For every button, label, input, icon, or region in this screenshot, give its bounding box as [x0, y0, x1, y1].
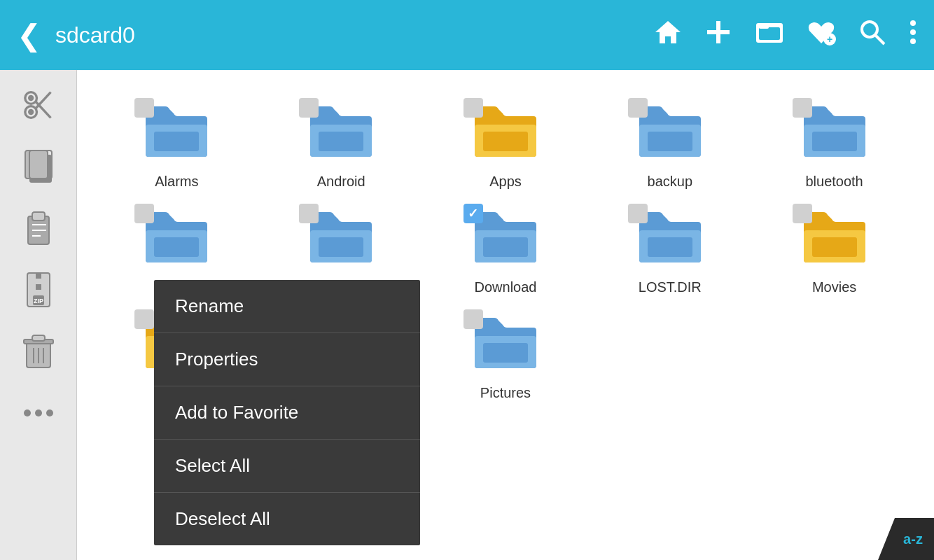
svg-point-10 — [910, 20, 916, 26]
cut-icon[interactable] — [18, 84, 60, 126]
folder-item[interactable]: backup — [591, 98, 748, 190]
svg-rect-23 — [32, 212, 45, 220]
az-label: a-z — [903, 531, 923, 547]
search-icon[interactable] — [858, 18, 886, 52]
folder-item[interactable]: bluetooth — [755, 98, 913, 190]
svg-rect-20 — [25, 150, 48, 178]
folder-name: Apps — [489, 174, 522, 190]
svg-rect-5 — [759, 23, 769, 29]
folder-checkbox[interactable] — [134, 204, 154, 223]
svg-point-8 — [862, 22, 877, 37]
folder-wrapper — [793, 204, 877, 274]
svg-text:+: + — [827, 34, 832, 45]
folder-name: Android — [317, 174, 365, 190]
folder-item[interactable]: Movies — [755, 204, 913, 295]
folder-name: Alarms — [155, 174, 198, 190]
sidebar-more-icon[interactable] — [18, 392, 60, 434]
svg-rect-36 — [32, 335, 45, 341]
folder-name: Pictures — [480, 385, 531, 401]
folder-checkbox[interactable] — [793, 204, 812, 223]
svg-rect-53 — [319, 237, 363, 257]
menu-item-properties[interactable]: Properties — [154, 333, 420, 386]
topbar-title: sdcard0 — [55, 22, 135, 48]
svg-line-9 — [876, 36, 884, 44]
trash-icon[interactable] — [18, 330, 60, 372]
folder-name: bluetooth — [805, 174, 863, 190]
folder-wrapper — [299, 98, 383, 168]
more-icon[interactable] — [909, 19, 917, 52]
svg-rect-51 — [154, 237, 199, 257]
context-menu: RenamePropertiesAdd to FavoriteSelect Al… — [154, 280, 420, 545]
folder-checkbox[interactable] — [628, 98, 648, 118]
svg-rect-41 — [154, 132, 199, 151]
paste-icon[interactable] — [18, 207, 60, 249]
folder-wrapper — [793, 98, 877, 168]
svg-point-11 — [910, 29, 916, 35]
folder-name: backup — [648, 174, 693, 190]
menu-item-add-to-favorite[interactable]: Add to Favorite — [154, 386, 420, 440]
svg-rect-49 — [812, 132, 857, 151]
folder-item[interactable]: Pictures — [427, 309, 585, 401]
svg-text:ZIP: ZIP — [33, 298, 43, 304]
folder-checkbox[interactable] — [463, 204, 483, 223]
add-icon[interactable] — [704, 18, 732, 52]
main-layout: ZIP — [0, 70, 934, 560]
svg-rect-30 — [36, 279, 41, 284]
svg-rect-31 — [36, 290, 41, 295]
menu-item-select-all[interactable]: Select All — [154, 440, 420, 493]
folder-wrapper — [628, 98, 712, 168]
folder-wrapper — [628, 204, 712, 274]
topbar: ❮ sdcard0 — [0, 0, 934, 70]
folder-checkbox[interactable] — [793, 98, 812, 118]
topbar-left: ❮ sdcard0 — [17, 18, 654, 52]
svg-rect-45 — [483, 132, 528, 151]
svg-rect-28 — [36, 273, 41, 279]
storage-icon[interactable] — [755, 19, 784, 52]
folder-wrapper — [463, 204, 548, 274]
folder-item[interactable]: Android — [263, 98, 420, 190]
folder-item[interactable]: Apps — [427, 98, 585, 190]
topbar-icons: + — [654, 18, 917, 52]
compress-icon[interactable]: ZIP — [18, 269, 60, 311]
svg-line-17 — [35, 92, 50, 108]
svg-rect-29 — [36, 284, 41, 290]
folder-name: LOST.DIR — [639, 279, 702, 295]
folder-name: Download — [475, 279, 537, 295]
folder-item[interactable]: Download — [427, 204, 585, 295]
folder-checkbox[interactable] — [299, 204, 319, 223]
svg-point-15 — [28, 109, 34, 115]
folder-wrapper — [463, 98, 548, 168]
svg-line-18 — [35, 102, 50, 118]
folder-checkbox[interactable] — [463, 309, 483, 329]
svg-point-12 — [910, 38, 916, 44]
folder-item[interactable]: Alarms — [98, 98, 256, 190]
svg-rect-47 — [648, 132, 692, 151]
menu-item-rename[interactable]: Rename — [154, 280, 420, 333]
copy-icon[interactable] — [18, 146, 60, 188]
folder-checkbox[interactable] — [628, 204, 648, 223]
svg-marker-0 — [655, 21, 681, 43]
svg-rect-43 — [319, 132, 363, 151]
svg-point-16 — [28, 95, 34, 101]
sidebar: ZIP — [0, 70, 77, 560]
svg-rect-57 — [648, 237, 692, 257]
home-icon[interactable] — [654, 18, 682, 52]
folder-checkbox[interactable] — [134, 98, 154, 118]
svg-rect-4 — [759, 27, 780, 40]
svg-rect-55 — [483, 237, 528, 257]
folder-checkbox[interactable] — [463, 98, 483, 118]
menu-item-deselect-all[interactable]: Deselect All — [154, 493, 420, 545]
svg-rect-65 — [483, 343, 528, 363]
folder-item[interactable]: LOST.DIR — [591, 204, 748, 295]
svg-rect-59 — [812, 237, 857, 257]
folder-wrapper — [134, 204, 218, 274]
svg-rect-2 — [707, 30, 730, 34]
folder-checkbox[interactable] — [299, 98, 319, 118]
folder-wrapper — [463, 309, 548, 379]
folder-wrapper — [134, 98, 218, 168]
folder-name: Movies — [812, 279, 856, 295]
favorite-icon[interactable]: + — [807, 18, 836, 52]
dots — [21, 408, 56, 418]
folder-checkbox[interactable] — [134, 309, 154, 329]
back-button[interactable]: ❮ — [17, 18, 41, 52]
